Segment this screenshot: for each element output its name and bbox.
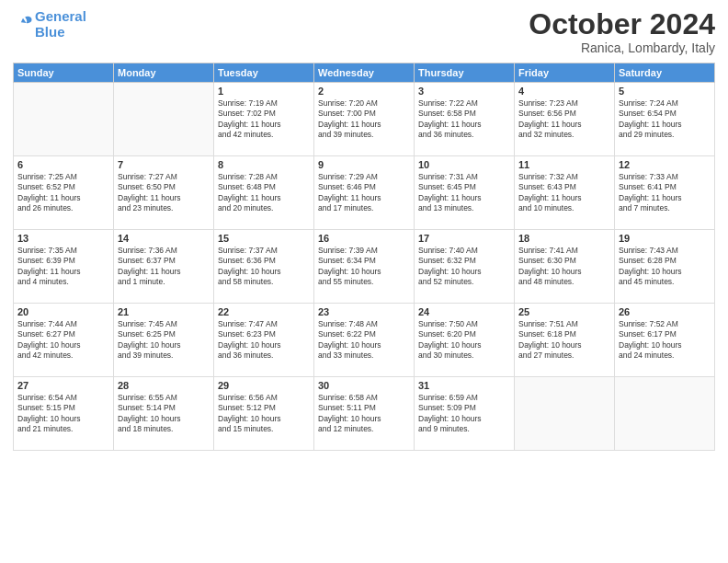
- header: General Blue October 2024 Ranica, Lombar…: [13, 9, 715, 55]
- calendar-cell: 16Sunrise: 7:39 AM Sunset: 6:34 PM Dayli…: [314, 230, 415, 304]
- day-number: 13: [17, 233, 109, 244]
- day-info: Sunrise: 6:54 AM Sunset: 5:15 PM Dayligh…: [17, 393, 109, 435]
- calendar-cell: 9Sunrise: 7:29 AM Sunset: 6:46 PM Daylig…: [314, 156, 415, 230]
- calendar-cell: 5Sunrise: 7:24 AM Sunset: 6:54 PM Daylig…: [615, 83, 715, 156]
- day-number: 14: [118, 233, 210, 244]
- calendar-cell: [515, 377, 615, 451]
- day-number: 28: [118, 380, 210, 391]
- day-info: Sunrise: 7:45 AM Sunset: 6:25 PM Dayligh…: [118, 319, 210, 362]
- day-number: 10: [418, 159, 510, 170]
- day-info: Sunrise: 7:22 AM Sunset: 6:58 PM Dayligh…: [418, 98, 510, 141]
- calendar-cell: 31Sunrise: 6:59 AM Sunset: 5:09 PM Dayli…: [415, 377, 515, 451]
- day-number: 2: [318, 86, 410, 97]
- day-info: Sunrise: 7:35 AM Sunset: 6:39 PM Dayligh…: [17, 246, 109, 288]
- day-number: 30: [318, 380, 410, 391]
- day-info: Sunrise: 7:28 AM Sunset: 6:48 PM Dayligh…: [218, 172, 310, 214]
- day-number: 20: [17, 306, 109, 317]
- day-info: Sunrise: 7:24 AM Sunset: 6:54 PM Dayligh…: [619, 98, 711, 141]
- day-number: 26: [619, 306, 711, 317]
- calendar-cell: 13Sunrise: 7:35 AM Sunset: 6:39 PM Dayli…: [14, 230, 114, 304]
- logo-blue: Blue: [35, 25, 86, 40]
- day-number: 27: [17, 380, 109, 391]
- calendar-cell: 27Sunrise: 6:54 AM Sunset: 5:15 PM Dayli…: [14, 377, 114, 451]
- day-number: 21: [118, 306, 210, 317]
- column-header-friday: Friday: [515, 63, 615, 83]
- day-info: Sunrise: 7:47 AM Sunset: 6:23 PM Dayligh…: [218, 319, 310, 362]
- logo: General Blue: [13, 9, 86, 40]
- page: General Blue October 2024 Ranica, Lombar…: [0, 0, 728, 460]
- day-info: Sunrise: 7:39 AM Sunset: 6:34 PM Dayligh…: [318, 246, 410, 288]
- day-info: Sunrise: 7:19 AM Sunset: 7:02 PM Dayligh…: [218, 98, 310, 141]
- column-header-monday: Monday: [114, 63, 214, 83]
- day-number: 1: [218, 86, 310, 97]
- day-info: Sunrise: 7:50 AM Sunset: 6:20 PM Dayligh…: [418, 319, 510, 362]
- day-number: 5: [619, 86, 711, 97]
- day-info: Sunrise: 6:55 AM Sunset: 5:14 PM Dayligh…: [118, 393, 210, 435]
- calendar-cell: [615, 377, 715, 451]
- day-info: Sunrise: 7:27 AM Sunset: 6:50 PM Dayligh…: [118, 172, 210, 214]
- day-info: Sunrise: 7:48 AM Sunset: 6:22 PM Dayligh…: [318, 319, 410, 362]
- calendar-week-2: 13Sunrise: 7:35 AM Sunset: 6:39 PM Dayli…: [14, 230, 715, 304]
- calendar-cell: 15Sunrise: 7:37 AM Sunset: 6:36 PM Dayli…: [214, 230, 314, 304]
- calendar-cell: 12Sunrise: 7:33 AM Sunset: 6:41 PM Dayli…: [615, 156, 715, 230]
- day-info: Sunrise: 7:40 AM Sunset: 6:32 PM Dayligh…: [418, 246, 510, 288]
- day-info: Sunrise: 6:58 AM Sunset: 5:11 PM Dayligh…: [318, 393, 410, 435]
- day-number: 8: [218, 159, 310, 170]
- day-number: 29: [218, 380, 310, 391]
- day-info: Sunrise: 6:59 AM Sunset: 5:09 PM Dayligh…: [418, 393, 510, 435]
- day-number: 7: [118, 159, 210, 170]
- calendar-cell: 25Sunrise: 7:51 AM Sunset: 6:18 PM Dayli…: [515, 304, 615, 377]
- day-number: 31: [418, 380, 510, 391]
- day-info: Sunrise: 7:29 AM Sunset: 6:46 PM Dayligh…: [318, 172, 410, 214]
- day-info: Sunrise: 7:25 AM Sunset: 6:52 PM Dayligh…: [17, 172, 109, 214]
- day-number: 6: [17, 159, 109, 170]
- day-info: Sunrise: 7:41 AM Sunset: 6:30 PM Dayligh…: [518, 246, 610, 288]
- calendar-cell: 6Sunrise: 7:25 AM Sunset: 6:52 PM Daylig…: [14, 156, 114, 230]
- day-info: Sunrise: 7:20 AM Sunset: 7:00 PM Dayligh…: [318, 98, 410, 141]
- calendar-cell: 20Sunrise: 7:44 AM Sunset: 6:27 PM Dayli…: [14, 304, 114, 377]
- day-info: Sunrise: 7:36 AM Sunset: 6:37 PM Dayligh…: [118, 246, 210, 288]
- calendar-cell: 30Sunrise: 6:58 AM Sunset: 5:11 PM Dayli…: [314, 377, 415, 451]
- calendar-cell: 8Sunrise: 7:28 AM Sunset: 6:48 PM Daylig…: [214, 156, 314, 230]
- day-number: 9: [318, 159, 410, 170]
- logo-icon: [13, 13, 33, 33]
- calendar-header-row: SundayMondayTuesdayWednesdayThursdayFrid…: [14, 63, 715, 83]
- column-header-thursday: Thursday: [415, 63, 515, 83]
- day-info: Sunrise: 7:33 AM Sunset: 6:41 PM Dayligh…: [619, 172, 711, 214]
- calendar-cell: 29Sunrise: 6:56 AM Sunset: 5:12 PM Dayli…: [214, 377, 314, 451]
- day-number: 15: [218, 233, 310, 244]
- calendar-cell: 19Sunrise: 7:43 AM Sunset: 6:28 PM Dayli…: [615, 230, 715, 304]
- calendar-cell: 23Sunrise: 7:48 AM Sunset: 6:22 PM Dayli…: [314, 304, 415, 377]
- calendar-cell: 3Sunrise: 7:22 AM Sunset: 6:58 PM Daylig…: [415, 83, 515, 156]
- logo-general: General: [35, 8, 86, 24]
- location: Ranica, Lombardy, Italy: [529, 40, 715, 55]
- day-info: Sunrise: 7:43 AM Sunset: 6:28 PM Dayligh…: [619, 246, 711, 288]
- day-info: Sunrise: 6:56 AM Sunset: 5:12 PM Dayligh…: [218, 393, 310, 435]
- day-number: 3: [418, 86, 510, 97]
- calendar-cell: 2Sunrise: 7:20 AM Sunset: 7:00 PM Daylig…: [314, 83, 415, 156]
- day-info: Sunrise: 7:37 AM Sunset: 6:36 PM Dayligh…: [218, 246, 310, 288]
- calendar-cell: 10Sunrise: 7:31 AM Sunset: 6:45 PM Dayli…: [415, 156, 515, 230]
- column-header-saturday: Saturday: [615, 63, 715, 83]
- calendar-cell: 21Sunrise: 7:45 AM Sunset: 6:25 PM Dayli…: [114, 304, 214, 377]
- calendar-cell: 28Sunrise: 6:55 AM Sunset: 5:14 PM Dayli…: [114, 377, 214, 451]
- calendar-week-0: 1Sunrise: 7:19 AM Sunset: 7:02 PM Daylig…: [14, 83, 715, 156]
- calendar-week-3: 20Sunrise: 7:44 AM Sunset: 6:27 PM Dayli…: [14, 304, 715, 377]
- day-info: Sunrise: 7:51 AM Sunset: 6:18 PM Dayligh…: [518, 319, 610, 362]
- calendar-cell: 18Sunrise: 7:41 AM Sunset: 6:30 PM Dayli…: [515, 230, 615, 304]
- day-number: 23: [318, 306, 410, 317]
- day-number: 4: [518, 86, 610, 97]
- day-info: Sunrise: 7:31 AM Sunset: 6:45 PM Dayligh…: [418, 172, 510, 214]
- calendar-cell: 17Sunrise: 7:40 AM Sunset: 6:32 PM Dayli…: [415, 230, 515, 304]
- calendar-table: SundayMondayTuesdayWednesdayThursdayFrid…: [13, 63, 715, 451]
- day-info: Sunrise: 7:44 AM Sunset: 6:27 PM Dayligh…: [17, 319, 109, 362]
- day-number: 17: [418, 233, 510, 244]
- day-number: 25: [518, 306, 610, 317]
- day-number: 24: [418, 306, 510, 317]
- day-number: 18: [518, 233, 610, 244]
- column-header-tuesday: Tuesday: [214, 63, 314, 83]
- day-info: Sunrise: 7:23 AM Sunset: 6:56 PM Dayligh…: [518, 98, 610, 141]
- calendar-cell: 24Sunrise: 7:50 AM Sunset: 6:20 PM Dayli…: [415, 304, 515, 377]
- calendar-cell: [14, 83, 114, 156]
- day-info: Sunrise: 7:52 AM Sunset: 6:17 PM Dayligh…: [619, 319, 711, 362]
